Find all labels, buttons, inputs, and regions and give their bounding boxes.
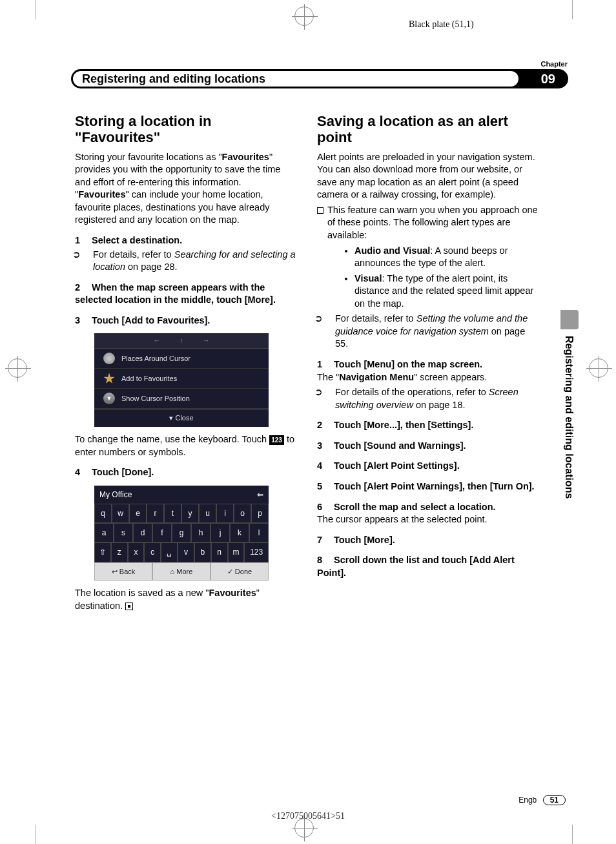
right-column: Saving a location as an alert point Aler… xyxy=(317,113,540,615)
pin-icon xyxy=(103,353,115,364)
star-icon xyxy=(103,373,115,384)
cursor-icon: ▼ xyxy=(103,393,115,404)
side-tab-text: Registering and editing locations xyxy=(563,336,575,499)
numeric-badge: 123 xyxy=(269,435,284,446)
alert-types-list: Audio and Visual: A sound beeps or annou… xyxy=(317,245,540,311)
menu-row: Add to Favourites xyxy=(94,369,269,389)
right-step-1: 1Touch [Menu] on the map screen. xyxy=(317,358,540,371)
right-step-1-sub: ➲For details of the operations, refer to… xyxy=(317,386,540,411)
right-step-1-after: The "Navigation Menu" screen appears. xyxy=(317,371,540,384)
crop-mark xyxy=(572,0,573,19)
left-column: Storing a location in "Favourites" Stori… xyxy=(75,113,298,615)
chapter-title: Registering and editing locations xyxy=(73,71,518,87)
right-step-6: 6Scroll the map and select a location. xyxy=(317,501,540,514)
page-content: Storing a location in "Favourites" Stori… xyxy=(75,113,540,615)
list-item: Visual: The type of the alert point, its… xyxy=(354,273,540,311)
chapter-label: Chapter xyxy=(540,60,568,68)
crop-mark xyxy=(36,0,36,19)
menu-row: ▼Show Cursor Position xyxy=(94,389,269,409)
left-heading: Storing a location in "Favourites" xyxy=(75,113,298,146)
right-step-2: 2Touch [More...], then [Settings]. xyxy=(317,419,540,432)
left-intro: Storing your favourite locations as "Fav… xyxy=(75,151,298,227)
right-intro: Alert points are preloaded in your navig… xyxy=(317,151,540,201)
footer-lang: Engb xyxy=(518,796,537,805)
left-step-3: 3Touch [Add to Favourites]. xyxy=(75,314,298,327)
kb-row: asdfghjkl xyxy=(94,523,269,542)
chapter-number: 09 xyxy=(541,72,555,87)
crop-mark xyxy=(572,825,573,844)
kb-row: qwertyuiop xyxy=(94,504,269,523)
right-step-6-after: The cursor appears at the selected point… xyxy=(317,513,540,526)
left-mid-text: To change the name, use the keyboard. To… xyxy=(75,433,298,458)
right-heading: Saving a location as an alert point xyxy=(317,113,540,146)
footer: Engb 51 xyxy=(75,795,566,805)
backspace-icon: ⇐ xyxy=(257,489,263,500)
registration-mark xyxy=(8,358,27,378)
right-step-8: 8Scroll down the list and touch [Add Ale… xyxy=(317,554,540,579)
right-sub-ref: ➲For details, refer to Setting the volum… xyxy=(317,313,540,351)
square-bullet-icon xyxy=(317,207,323,214)
screenshot-topbar: ←↑→ xyxy=(94,333,269,349)
left-step-4: 4Touch [Done]. xyxy=(75,466,298,479)
side-tab-bar xyxy=(560,310,579,329)
crop-mark xyxy=(36,825,36,844)
right-step-5: 5Touch [Alert Point Warnings], then [Tur… xyxy=(317,480,540,493)
left-step-1-sub: ➲For details, refer to Searching for and… xyxy=(75,249,298,274)
left-step-2: 2When the map screen appears with the se… xyxy=(75,282,298,307)
list-item: Audio and Visual: A sound beeps or annou… xyxy=(354,245,540,270)
kb-buttons: ↩ Back ⌂ More ✓ Done xyxy=(94,562,269,581)
registration-mark xyxy=(589,358,608,378)
screenshot-menu: ←↑→ Places Around Cursor Add to Favourit… xyxy=(94,333,269,427)
right-note-1: This feature can warn you when you appro… xyxy=(317,204,540,242)
right-step-4: 4Touch [Alert Point Settings]. xyxy=(317,460,540,473)
close-button: ▾ Close xyxy=(94,409,269,427)
screenshot-keyboard: My Office⇐ qwertyuiop asdfghjkl ⇧zxc␣vbn… xyxy=(94,486,269,581)
black-plate-label: Black plate (51,1) xyxy=(409,19,474,30)
left-outro: The location is saved as a new "Favourit… xyxy=(75,587,298,612)
right-step-7: 7Touch [More]. xyxy=(317,534,540,547)
left-step-1: 1Select a destination. xyxy=(75,234,298,247)
end-mark-icon xyxy=(125,602,133,610)
chapter-bar: Registering and editing locations 09 xyxy=(71,69,568,88)
page-number: 51 xyxy=(543,795,566,805)
right-step-3: 3Touch [Sound and Warnings]. xyxy=(317,440,540,453)
menu-row: Places Around Cursor xyxy=(94,349,269,369)
kb-title: My Office⇐ xyxy=(94,486,269,504)
registration-mark xyxy=(294,6,314,26)
footer-code: <127075005641>51 xyxy=(0,811,616,821)
kb-row: ⇧zxc␣vbnm123 xyxy=(94,542,269,562)
